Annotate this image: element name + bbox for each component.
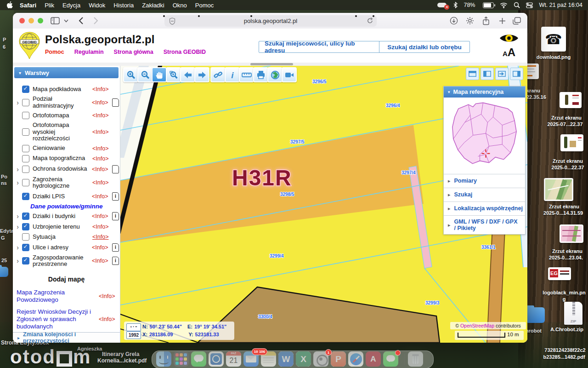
- panel-item-gml-export[interactable]: ▸ GML / WFS / DXF / GPX / Pikiety: [444, 215, 525, 234]
- globe-tool[interactable]: [267, 67, 283, 82]
- menu-item[interactable]: Plik: [45, 2, 54, 9]
- menu-item[interactable]: Widok: [89, 2, 105, 9]
- layout-left-panel-button[interactable]: [481, 68, 494, 80]
- spotlight-search-icon[interactable]: [514, 2, 520, 8]
- minimize-window-button[interactable]: [28, 18, 34, 23]
- chevron-right-icon[interactable]: ›: [15, 223, 21, 230]
- layer-info-link[interactable]: <Info>: [92, 99, 111, 106]
- scrollbar-thumb[interactable]: [250, 63, 293, 65]
- add-map-link[interactable]: Mapa Zagrożenia Powodziowego: [17, 289, 99, 304]
- degrees-format-button[interactable]: ° ' ": [126, 323, 141, 331]
- new-tab-icon[interactable]: [497, 15, 508, 26]
- layer-checkbox[interactable]: [22, 233, 29, 241]
- layout-collapse-button[interactable]: [495, 68, 509, 80]
- poland-overview-map[interactable]: [444, 98, 525, 174]
- layer-checkbox[interactable]: [22, 145, 29, 152]
- onedrive-error-icon[interactable]: ✕: [437, 2, 447, 8]
- menu-item[interactable]: Edycja: [62, 2, 80, 9]
- layer-order-footer[interactable]: ▸ Zmiana kolejności i przezroczystości: [13, 332, 120, 343]
- metadata-doc-icon[interactable]: [112, 98, 119, 107]
- layer-checkbox[interactable]: [22, 166, 29, 173]
- screenshot-wine-file[interactable]: [560, 92, 582, 108]
- link-strona-glowna[interactable]: Strona główna: [114, 49, 153, 55]
- menu-item[interactable]: Zakładki: [142, 2, 164, 9]
- layer-checkbox[interactable]: [22, 193, 29, 200]
- measure-tool[interactable]: [239, 67, 254, 82]
- geobid-logo[interactable]: GEOBID: [17, 31, 41, 60]
- panel-item-szukaj[interactable]: ▸ Szukaj: [444, 188, 525, 201]
- zoom-out-tool[interactable]: [137, 67, 153, 82]
- layer-info-link[interactable]: <Info>: [92, 145, 112, 152]
- add-map-link[interactable]: Rejestr Wniosków Decyzji i Zgłoszeń w sp…: [17, 308, 99, 330]
- panel-item-pomiary[interactable]: ▸ Pomiary: [444, 174, 525, 188]
- search-address-button[interactable]: Szukaj miejscowości, ulicy lub adresu: [259, 41, 381, 53]
- menu-app-name[interactable]: Safari: [20, 2, 36, 9]
- layout-top-panel-button[interactable]: [466, 68, 479, 80]
- control-center-icon[interactable]: [526, 2, 533, 8]
- layer-info-link[interactable]: <Info>: [92, 112, 112, 119]
- layer-checkbox[interactable]: [22, 86, 29, 93]
- zoom-extent-tool[interactable]: [166, 67, 181, 82]
- eye-icon[interactable]: [499, 32, 519, 44]
- layer-info-link[interactable]: <Info>: [92, 155, 112, 162]
- layers-panel-header[interactable]: ▾ Warstwy: [14, 67, 119, 78]
- download-png-file[interactable]: ☎: [541, 27, 566, 52]
- layer-info-link[interactable]: <Info>: [92, 244, 111, 251]
- address-bar[interactable]: polska.geoportal2.pl: [164, 15, 377, 27]
- bluetooth-icon[interactable]: [453, 2, 458, 8]
- reference-map-header[interactable]: ▾ Mapa referencyjna: [444, 86, 525, 98]
- layer-info-link[interactable]: <Info>: [92, 213, 111, 219]
- settings-gear-icon[interactable]: [464, 15, 475, 26]
- metadata-doc-icon[interactable]: i: [112, 257, 119, 265]
- chevron-right-icon[interactable]: ›: [15, 244, 21, 251]
- layer-info-link[interactable]: <Info>: [92, 224, 112, 230]
- layer-info-link[interactable]: <Info>: [99, 316, 118, 322]
- metadata-doc-icon[interactable]: i: [112, 243, 119, 252]
- menu-item[interactable]: Historia: [113, 2, 134, 9]
- layer-checkbox[interactable]: [22, 179, 29, 186]
- metadata-doc-icon[interactable]: [112, 165, 119, 173]
- layer-checkbox[interactable]: [22, 128, 29, 136]
- downloads-icon[interactable]: [448, 15, 459, 26]
- history-back-tool[interactable]: [180, 67, 195, 82]
- desktop-file-itinerary[interactable]: Itinerary Grela: [102, 351, 139, 358]
- layer-info-link[interactable]: <Info>: [92, 258, 111, 264]
- sidebar-toggle-icon[interactable]: [50, 15, 61, 26]
- metadata-doc-icon[interactable]: i: [112, 192, 119, 201]
- link-pomoc[interactable]: Pomoc: [45, 49, 64, 55]
- layer-info-link[interactable]: <Info>: [92, 86, 112, 92]
- apple-logo-icon[interactable]: [6, 1, 13, 9]
- zoom-window-button[interactable]: [38, 18, 43, 23]
- search-parcel-button[interactable]: Szukaj działki lub obrębu: [379, 41, 470, 53]
- layer-info-link[interactable]: <Info>: [92, 193, 111, 200]
- layer-checkbox[interactable]: [22, 99, 29, 106]
- font-big-toggle[interactable]: A: [508, 46, 515, 58]
- layer-checkbox[interactable]: [22, 155, 29, 162]
- panel-item-lokalizacja[interactable]: ▸ Lokalizacja współrzędnej: [444, 201, 525, 215]
- back-button[interactable]: [75, 15, 86, 26]
- share-icon[interactable]: [481, 15, 492, 26]
- layer-info-link[interactable]: <Info>: [99, 293, 118, 299]
- reload-icon[interactable]: [367, 17, 373, 25]
- layer-checkbox[interactable]: [22, 257, 29, 264]
- tab-overview-icon[interactable]: [511, 15, 522, 26]
- epsg-1992-button[interactable]: 1992: [126, 331, 141, 339]
- video-tool[interactable]: [282, 67, 297, 82]
- close-window-button[interactable]: [19, 18, 25, 23]
- screenshot-cadastre-file[interactable]: [560, 224, 583, 243]
- desktop-folder-partial-left[interactable]: [0, 267, 8, 277]
- chevron-right-icon[interactable]: ›: [15, 166, 21, 173]
- chevron-right-icon[interactable]: ›: [15, 257, 21, 264]
- print-tool[interactable]: [253, 67, 268, 82]
- desktop-folder-chrobot[interactable]: [526, 307, 545, 323]
- layout-right-panel-button[interactable]: [510, 68, 523, 80]
- layer-checkbox[interactable]: [22, 244, 29, 251]
- layer-checkbox[interactable]: [22, 112, 29, 119]
- history-forward-tool[interactable]: [194, 67, 209, 82]
- chevron-right-icon[interactable]: ›: [15, 99, 21, 106]
- forward-button[interactable]: [90, 15, 101, 26]
- layer-info-link[interactable]: <Info>: [92, 166, 111, 172]
- menu-item[interactable]: Okno: [173, 2, 187, 9]
- logo-eg-file[interactable]: EG: [548, 267, 571, 280]
- layer-info-link[interactable]: <Info>: [92, 179, 112, 186]
